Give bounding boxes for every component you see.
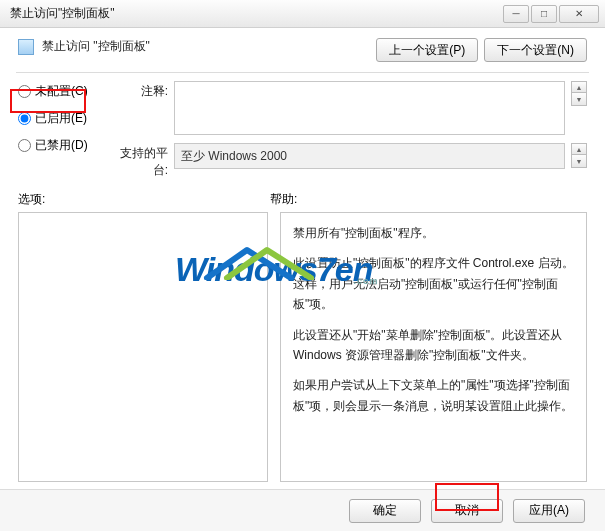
comment-label: 注释: [108,81,168,100]
policy-icon [18,39,34,55]
cancel-button[interactable]: 取消 [431,499,503,523]
radio-not-configured[interactable]: 未配置(C) [18,83,108,100]
divider [16,72,589,73]
title-bar: 禁止访问"控制面板" ─ □ ✕ [0,0,605,28]
help-text-3: 此设置还从"开始"菜单删除"控制面板"。此设置还从 Windows 资源管理器删… [293,325,574,366]
footer: 确定 取消 应用(A) [0,489,605,531]
header-row: 禁止访问 "控制面板" 上一个设置(P) 下一个设置(N) [0,28,605,68]
panels: 禁用所有"控制面板"程序。 此设置防止"控制面板"的程序文件 Control.e… [0,212,605,482]
radio-not-configured-input[interactable] [18,85,31,98]
platform-value: 至少 Windows 2000 [174,143,565,169]
next-setting-button[interactable]: 下一个设置(N) [484,38,587,62]
mid-labels: 选项: 帮助: [0,183,605,212]
help-panel: 禁用所有"控制面板"程序。 此设置防止"控制面板"的程序文件 Control.e… [280,212,587,482]
comment-row: 注释: ▲ ▼ [108,81,587,135]
help-text-1: 禁用所有"控制面板"程序。 [293,223,574,243]
radio-disabled[interactable]: 已禁用(D) [18,137,108,154]
window-title: 禁止访问"控制面板" [6,5,115,22]
close-button[interactable]: ✕ [559,5,599,23]
options-panel [18,212,268,482]
comment-textarea[interactable] [174,81,565,135]
radio-enabled-input[interactable] [18,112,31,125]
platform-spinner: ▲ ▼ [571,143,587,168]
fields-column: 注释: ▲ ▼ 支持的平台: 至少 Windows 2000 ▲ ▼ [108,81,587,179]
comment-spinner: ▲ ▼ [571,81,587,106]
platform-row: 支持的平台: 至少 Windows 2000 ▲ ▼ [108,143,587,179]
help-label: 帮助: [270,191,522,208]
ok-button[interactable]: 确定 [349,499,421,523]
radio-disabled-label: 已禁用(D) [35,137,88,154]
options-label: 选项: [18,191,270,208]
platform-label: 支持的平台: [108,143,168,179]
platform-spin-up[interactable]: ▲ [571,143,587,155]
platform-spin-down[interactable]: ▼ [571,155,587,168]
maximize-button[interactable]: □ [531,5,557,23]
window-buttons: ─ □ ✕ [503,5,599,23]
comment-spin-down[interactable]: ▼ [571,93,587,106]
help-text-2: 此设置防止"控制面板"的程序文件 Control.exe 启动。这样，用户无法启… [293,253,574,314]
radio-enabled[interactable]: 已启用(E) [18,110,108,127]
comment-spin-up[interactable]: ▲ [571,81,587,93]
radio-enabled-label: 已启用(E) [35,110,87,127]
minimize-button[interactable]: ─ [503,5,529,23]
radio-not-configured-label: 未配置(C) [35,83,88,100]
apply-button[interactable]: 应用(A) [513,499,585,523]
help-text-4: 如果用户尝试从上下文菜单上的"属性"项选择"控制面板"项，则会显示一条消息，说明… [293,375,574,416]
nav-buttons: 上一个设置(P) 下一个设置(N) [376,38,587,62]
config-area: 未配置(C) 已启用(E) 已禁用(D) 注释: ▲ ▼ 支持的平台: 至少 W… [0,81,605,183]
policy-title: 禁止访问 "控制面板" [42,38,150,55]
previous-setting-button[interactable]: 上一个设置(P) [376,38,478,62]
radio-disabled-input[interactable] [18,139,31,152]
radio-column: 未配置(C) 已启用(E) 已禁用(D) [18,81,108,179]
